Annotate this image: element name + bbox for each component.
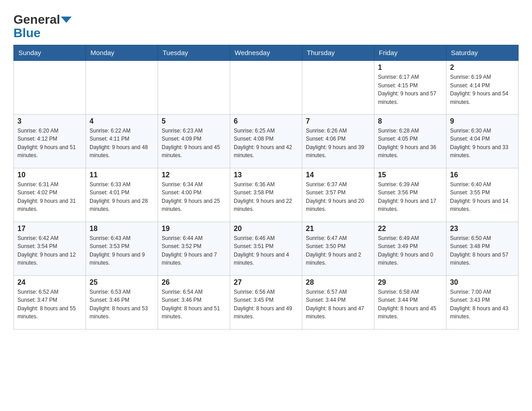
calendar-week-row: 24Sunrise: 6:52 AMSunset: 3:47 PMDayligh… — [14, 275, 519, 329]
calendar-cell: 22Sunrise: 6:49 AMSunset: 3:49 PMDayligh… — [374, 222, 446, 275]
day-info: Sunrise: 6:47 AMSunset: 3:50 PMDaylight:… — [306, 234, 370, 267]
day-info: Sunrise: 6:28 AMSunset: 4:05 PMDaylight:… — [378, 127, 442, 160]
day-number: 16 — [450, 171, 515, 179]
day-number: 20 — [234, 225, 298, 233]
calendar-week-row: 3Sunrise: 6:20 AMSunset: 4:12 PMDaylight… — [14, 114, 519, 168]
day-info: Sunrise: 6:53 AMSunset: 3:46 PMDaylight:… — [90, 288, 154, 321]
day-number: 7 — [306, 117, 370, 125]
day-number: 12 — [162, 171, 226, 179]
day-info: Sunrise: 7:00 AMSunset: 3:43 PMDaylight:… — [450, 288, 515, 321]
day-info: Sunrise: 6:23 AMSunset: 4:09 PMDaylight:… — [162, 127, 226, 160]
day-number: 26 — [162, 278, 226, 287]
day-info: Sunrise: 6:56 AMSunset: 3:45 PMDaylight:… — [234, 288, 298, 321]
day-info: Sunrise: 6:30 AMSunset: 4:04 PMDaylight:… — [450, 127, 515, 160]
day-info: Sunrise: 6:37 AMSunset: 3:57 PMDaylight:… — [306, 180, 370, 214]
calendar-cell: 21Sunrise: 6:47 AMSunset: 3:50 PMDayligh… — [302, 222, 374, 275]
weekday-header-wednesday: Wednesday — [230, 45, 302, 61]
calendar-cell: 19Sunrise: 6:44 AMSunset: 3:52 PMDayligh… — [158, 222, 230, 275]
day-info: Sunrise: 6:43 AMSunset: 3:53 PMDaylight:… — [90, 234, 154, 267]
day-number: 3 — [17, 117, 82, 125]
calendar-cell: 27Sunrise: 6:56 AMSunset: 3:45 PMDayligh… — [230, 275, 302, 329]
day-info: Sunrise: 6:26 AMSunset: 4:06 PMDaylight:… — [306, 127, 370, 160]
calendar-cell: 25Sunrise: 6:53 AMSunset: 3:46 PMDayligh… — [86, 275, 158, 329]
day-number: 27 — [234, 278, 298, 287]
calendar-cell: 16Sunrise: 6:40 AMSunset: 3:55 PMDayligh… — [446, 168, 519, 222]
calendar-cell: 24Sunrise: 6:52 AMSunset: 3:47 PMDayligh… — [14, 275, 86, 329]
calendar-cell: 23Sunrise: 6:50 AMSunset: 3:48 PMDayligh… — [446, 222, 519, 275]
day-number: 1 — [378, 64, 442, 72]
day-number: 25 — [90, 278, 154, 287]
day-number: 10 — [17, 171, 82, 179]
calendar-cell: 2Sunrise: 6:19 AMSunset: 4:14 PMDaylight… — [446, 60, 519, 114]
day-info: Sunrise: 6:52 AMSunset: 3:47 PMDaylight:… — [17, 288, 82, 321]
day-info: Sunrise: 6:39 AMSunset: 3:56 PMDaylight:… — [378, 180, 442, 214]
day-number: 15 — [378, 171, 442, 179]
day-number: 22 — [378, 225, 442, 233]
day-info: Sunrise: 6:19 AMSunset: 4:14 PMDaylight:… — [450, 73, 515, 106]
day-number: 30 — [450, 278, 515, 287]
calendar-cell: 7Sunrise: 6:26 AMSunset: 4:06 PMDaylight… — [302, 114, 374, 168]
day-number: 21 — [306, 225, 370, 233]
calendar-cell — [14, 60, 86, 114]
day-number: 4 — [90, 117, 154, 125]
calendar-cell — [86, 60, 158, 114]
logo-triangle-icon — [61, 17, 72, 23]
page-header: General Blue — [13, 9, 519, 40]
day-info: Sunrise: 6:42 AMSunset: 3:54 PMDaylight:… — [17, 234, 82, 267]
day-number: 23 — [450, 225, 515, 233]
calendar-cell: 4Sunrise: 6:22 AMSunset: 4:11 PMDaylight… — [86, 114, 158, 168]
day-number: 2 — [450, 64, 515, 72]
day-info: Sunrise: 6:33 AMSunset: 4:01 PMDaylight:… — [90, 180, 154, 214]
calendar-cell: 9Sunrise: 6:30 AMSunset: 4:04 PMDaylight… — [446, 114, 519, 168]
calendar-cell: 17Sunrise: 6:42 AMSunset: 3:54 PMDayligh… — [14, 222, 86, 275]
day-number: 29 — [378, 278, 442, 287]
calendar-cell: 29Sunrise: 6:58 AMSunset: 3:44 PMDayligh… — [374, 275, 446, 329]
calendar-cell: 1Sunrise: 6:17 AMSunset: 4:15 PMDaylight… — [374, 60, 446, 114]
calendar-cell — [230, 60, 302, 114]
calendar-cell: 15Sunrise: 6:39 AMSunset: 3:56 PMDayligh… — [374, 168, 446, 222]
day-number: 8 — [378, 117, 442, 125]
day-info: Sunrise: 6:54 AMSunset: 3:46 PMDaylight:… — [162, 288, 226, 321]
day-info: Sunrise: 6:46 AMSunset: 3:51 PMDaylight:… — [234, 234, 298, 267]
calendar-week-row: 17Sunrise: 6:42 AMSunset: 3:54 PMDayligh… — [14, 222, 519, 275]
day-number: 9 — [450, 117, 515, 125]
calendar-cell: 28Sunrise: 6:57 AMSunset: 3:44 PMDayligh… — [302, 275, 374, 329]
calendar-cell: 26Sunrise: 6:54 AMSunset: 3:46 PMDayligh… — [158, 275, 230, 329]
calendar-cell: 20Sunrise: 6:46 AMSunset: 3:51 PMDayligh… — [230, 222, 302, 275]
day-info: Sunrise: 6:22 AMSunset: 4:11 PMDaylight:… — [90, 127, 154, 160]
calendar-cell: 10Sunrise: 6:31 AMSunset: 4:02 PMDayligh… — [14, 168, 86, 222]
day-info: Sunrise: 6:25 AMSunset: 4:08 PMDaylight:… — [234, 127, 298, 160]
day-number: 13 — [234, 171, 298, 179]
weekday-header-monday: Monday — [86, 45, 158, 61]
day-number: 17 — [17, 225, 82, 233]
logo: General Blue — [13, 13, 72, 40]
weekday-header-tuesday: Tuesday — [158, 45, 230, 61]
calendar-table: SundayMondayTuesdayWednesdayThursdayFrid… — [13, 45, 519, 330]
weekday-header-saturday: Saturday — [446, 45, 519, 61]
weekday-header-thursday: Thursday — [302, 45, 374, 61]
day-info: Sunrise: 6:49 AMSunset: 3:49 PMDaylight:… — [378, 234, 442, 267]
calendar-cell: 14Sunrise: 6:37 AMSunset: 3:57 PMDayligh… — [302, 168, 374, 222]
day-number: 28 — [306, 278, 370, 287]
calendar-cell — [158, 60, 230, 114]
calendar-cell: 18Sunrise: 6:43 AMSunset: 3:53 PMDayligh… — [86, 222, 158, 275]
weekday-header-friday: Friday — [374, 45, 446, 61]
calendar-cell: 6Sunrise: 6:25 AMSunset: 4:08 PMDaylight… — [230, 114, 302, 168]
day-number: 18 — [90, 225, 154, 233]
day-number: 11 — [90, 171, 154, 179]
calendar-cell: 5Sunrise: 6:23 AMSunset: 4:09 PMDaylight… — [158, 114, 230, 168]
day-info: Sunrise: 6:34 AMSunset: 4:00 PMDaylight:… — [162, 180, 226, 214]
day-info: Sunrise: 6:17 AMSunset: 4:15 PMDaylight:… — [378, 73, 442, 106]
calendar-cell: 13Sunrise: 6:36 AMSunset: 3:58 PMDayligh… — [230, 168, 302, 222]
calendar-cell: 11Sunrise: 6:33 AMSunset: 4:01 PMDayligh… — [86, 168, 158, 222]
day-number: 19 — [162, 225, 226, 233]
day-info: Sunrise: 6:40 AMSunset: 3:55 PMDaylight:… — [450, 180, 515, 214]
day-number: 5 — [162, 117, 226, 125]
calendar-week-row: 10Sunrise: 6:31 AMSunset: 4:02 PMDayligh… — [14, 168, 519, 222]
day-info: Sunrise: 6:58 AMSunset: 3:44 PMDaylight:… — [378, 288, 442, 321]
day-info: Sunrise: 6:31 AMSunset: 4:02 PMDaylight:… — [17, 180, 82, 214]
calendar-cell: 12Sunrise: 6:34 AMSunset: 4:00 PMDayligh… — [158, 168, 230, 222]
day-info: Sunrise: 6:36 AMSunset: 3:58 PMDaylight:… — [234, 180, 298, 214]
weekday-header-row: SundayMondayTuesdayWednesdayThursdayFrid… — [14, 45, 519, 61]
calendar-cell: 30Sunrise: 7:00 AMSunset: 3:43 PMDayligh… — [446, 275, 519, 329]
